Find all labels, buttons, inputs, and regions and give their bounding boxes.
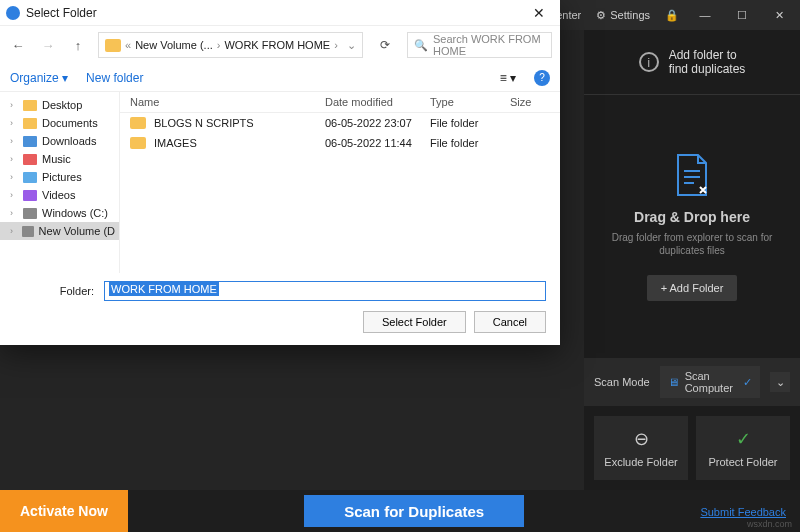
side-panel: i Add folder to find duplicates Drag & D… bbox=[584, 30, 800, 490]
back-button[interactable]: ← bbox=[8, 38, 28, 53]
lock-icon[interactable]: 🔒 bbox=[665, 9, 679, 22]
new-folder-button[interactable]: New folder bbox=[86, 71, 143, 85]
file-list: Name Date modified Type Size BLOGS N SCR… bbox=[120, 92, 560, 273]
watermark: wsxdn.com bbox=[747, 519, 792, 529]
list-header[interactable]: Name Date modified Type Size bbox=[120, 92, 560, 113]
list-item[interactable]: BLOGS N SCRIPTS06-05-2022 23:07File fold… bbox=[120, 113, 560, 133]
select-folder-dialog: Select Folder ✕ ← → ↑ « New Volume (... … bbox=[0, 0, 560, 345]
minimize-button[interactable]: — bbox=[694, 9, 716, 21]
tree-item[interactable]: ›Desktop bbox=[0, 96, 119, 114]
breadcrumb[interactable]: « New Volume (... › WORK FROM HOME › ⌄ bbox=[98, 32, 363, 58]
tree-item[interactable]: ›Documents bbox=[0, 114, 119, 132]
close-dialog-button[interactable]: ✕ bbox=[524, 5, 554, 21]
tree-item[interactable]: ›Downloads bbox=[0, 132, 119, 150]
cancel-button[interactable]: Cancel bbox=[474, 311, 546, 333]
tree-item[interactable]: ›Music bbox=[0, 150, 119, 168]
drop-title: Drag & Drop here bbox=[634, 209, 750, 225]
app-icon bbox=[6, 6, 20, 20]
refresh-button[interactable]: ⟳ bbox=[373, 38, 397, 52]
folder-name-input[interactable]: WORK FROM HOME bbox=[104, 281, 546, 301]
gear-icon: ⚙ bbox=[596, 9, 606, 22]
add-folder-hint: i Add folder to find duplicates bbox=[584, 30, 800, 95]
tree-item[interactable]: ›Videos bbox=[0, 186, 119, 204]
check-icon: ✓ bbox=[743, 376, 752, 389]
dialog-titlebar: Select Folder ✕ bbox=[0, 0, 560, 26]
dialog-title: Select Folder bbox=[26, 6, 524, 20]
help-icon[interactable]: ? bbox=[534, 70, 550, 86]
dialog-toolbar: Organize ▾ New folder ≡ ▾ ? bbox=[0, 64, 560, 92]
organize-menu[interactable]: Organize ▾ bbox=[10, 71, 68, 85]
scan-duplicates-button[interactable]: Scan for Duplicates bbox=[304, 495, 524, 527]
shield-icon: ✓ bbox=[702, 428, 784, 450]
monitor-icon: 🖥 bbox=[668, 376, 679, 388]
view-mode-button[interactable]: ≡ ▾ bbox=[500, 71, 516, 85]
folder-icon bbox=[105, 39, 121, 52]
folder-label: Folder: bbox=[14, 285, 94, 297]
activate-button[interactable]: Activate Now bbox=[0, 490, 128, 532]
app-footer: Activate Now Scan for Duplicates Submit … bbox=[0, 490, 800, 532]
list-item[interactable]: IMAGES06-05-2022 11:44File folder bbox=[120, 133, 560, 153]
tree-item[interactable]: ›New Volume (D bbox=[0, 222, 119, 240]
tree-item[interactable]: ›Pictures bbox=[0, 168, 119, 186]
info-icon: i bbox=[639, 52, 659, 72]
select-folder-button[interactable]: Select Folder bbox=[363, 311, 466, 333]
document-icon bbox=[674, 153, 710, 197]
forward-button[interactable]: → bbox=[38, 38, 58, 53]
chevron-down-icon[interactable]: ⌄ bbox=[770, 372, 790, 392]
protect-folder-button[interactable]: ✓ Protect Folder bbox=[696, 416, 790, 480]
scan-mode-row: Scan Mode 🖥 Scan Computer ✓ ⌄ bbox=[584, 358, 800, 406]
dialog-navbar: ← → ↑ « New Volume (... › WORK FROM HOME… bbox=[0, 26, 560, 64]
tree-item[interactable]: ›Windows (C:) bbox=[0, 204, 119, 222]
chevron-down-icon[interactable]: ⌄ bbox=[347, 39, 356, 52]
search-icon: 🔍 bbox=[414, 39, 428, 52]
maximize-button[interactable]: ☐ bbox=[731, 9, 753, 22]
search-input[interactable]: 🔍 Search WORK FROM HOME bbox=[407, 32, 552, 58]
close-app-button[interactable]: ✕ bbox=[768, 9, 790, 22]
folder-tree: ›Desktop›Documents›Downloads›Music›Pictu… bbox=[0, 92, 120, 273]
add-folder-button[interactable]: + Add Folder bbox=[647, 275, 738, 301]
exclude-icon: ⊖ bbox=[600, 428, 682, 450]
up-button[interactable]: ↑ bbox=[68, 38, 88, 53]
settings-button[interactable]: ⚙Settings bbox=[596, 9, 650, 22]
scan-mode-select[interactable]: 🖥 Scan Computer ✓ bbox=[660, 366, 760, 398]
drop-zone[interactable]: Drag & Drop here Drag folder from explor… bbox=[584, 95, 800, 358]
drop-subtitle: Drag folder from explorer to scan for du… bbox=[594, 231, 790, 257]
submit-feedback-link[interactable]: Submit Feedback bbox=[700, 506, 786, 518]
exclude-folder-button[interactable]: ⊖ Exclude Folder bbox=[594, 416, 688, 480]
